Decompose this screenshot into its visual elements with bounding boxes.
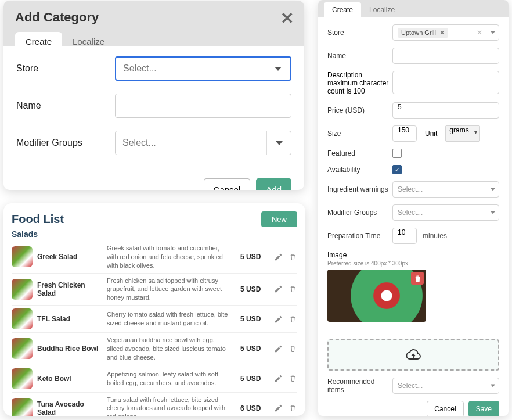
item-store-select[interactable]: Uptown Grill ✕ ✕ bbox=[392, 24, 499, 41]
item-name-label: Name bbox=[327, 52, 392, 60]
food-row: Fresh Chicken SaladFresh chicken salad t… bbox=[12, 273, 297, 306]
name-input[interactable] bbox=[115, 94, 291, 118]
prep-unit-label: minutes bbox=[423, 232, 447, 240]
store-label: Store bbox=[16, 63, 115, 74]
prep-time-input[interactable]: 10 bbox=[392, 228, 417, 244]
cancel-button[interactable]: Cancel bbox=[204, 178, 251, 190]
modifier-groups-label: Modifier Groups bbox=[16, 138, 115, 148]
food-thumbnail bbox=[12, 308, 33, 329]
image-upload-zone[interactable] bbox=[327, 339, 499, 371]
add-category-title: Add Category bbox=[15, 10, 99, 24]
item-form-panel: Create Localize Store Uptown Grill ✕ ✕ N… bbox=[318, 0, 509, 416]
food-price: 5 USD bbox=[240, 253, 269, 261]
trash-icon[interactable] bbox=[289, 344, 297, 353]
trash-icon bbox=[413, 274, 422, 283]
edit-icon[interactable] bbox=[274, 285, 283, 293]
food-name: Keto Bowl bbox=[37, 375, 102, 383]
food-thumbnail bbox=[12, 398, 33, 416]
remove-store-icon[interactable]: ✕ bbox=[439, 29, 445, 37]
food-row: Keto BowlAppetizing salmon, leafy salad … bbox=[12, 365, 297, 392]
item-size-label: Size bbox=[327, 130, 392, 138]
food-description: Greek salad with tomato and cucumber, wi… bbox=[107, 244, 236, 270]
food-list-title: Food List bbox=[12, 213, 64, 226]
food-thumbnail bbox=[12, 246, 33, 267]
food-description: Vegetarian buddha rice bowl with egg, sl… bbox=[107, 336, 236, 362]
item-image-hint: Preferred size is 400px * 300px bbox=[327, 260, 408, 267]
edit-icon[interactable] bbox=[274, 374, 283, 383]
item-unit-label: Unit bbox=[425, 130, 437, 138]
food-row: TFL SaladCherry tomato salad with fresh … bbox=[12, 305, 297, 332]
trash-icon[interactable] bbox=[289, 374, 297, 383]
chevron-down-icon bbox=[491, 31, 495, 34]
food-price: 5 USD bbox=[240, 375, 269, 383]
delete-image-button[interactable] bbox=[411, 272, 424, 285]
food-row: Buddha Rice BowlVegetarian buddha rice b… bbox=[12, 332, 297, 365]
trash-icon[interactable] bbox=[289, 253, 297, 261]
item-name-input[interactable] bbox=[392, 48, 499, 64]
item-image-label: Image bbox=[327, 251, 347, 259]
modifier-groups-select[interactable]: Select... bbox=[115, 131, 291, 155]
availability-checkbox[interactable] bbox=[392, 165, 402, 174]
food-name: Greek Salad bbox=[37, 253, 102, 261]
modifier-groups-placeholder: Select... bbox=[122, 138, 156, 148]
edit-icon[interactable] bbox=[274, 344, 283, 353]
chevron-down-icon bbox=[276, 141, 283, 145]
item-desc-input[interactable] bbox=[392, 71, 499, 94]
trash-icon[interactable] bbox=[289, 285, 297, 293]
food-price: 6 USD bbox=[240, 404, 269, 412]
close-icon[interactable]: ✕ bbox=[280, 9, 294, 28]
food-row: Tuna Avocado SaladTuna salad with fresh … bbox=[12, 392, 297, 416]
add-button[interactable]: Add bbox=[256, 178, 291, 190]
trash-icon[interactable] bbox=[289, 315, 297, 324]
item-tab-create[interactable]: Create bbox=[324, 2, 361, 17]
item-featured-label: Featured bbox=[327, 149, 392, 157]
food-row: Greek SaladGreek salad with tomato and c… bbox=[12, 241, 297, 273]
chevron-down-icon bbox=[491, 385, 495, 387]
new-food-button[interactable]: New bbox=[261, 211, 297, 227]
name-label: Name bbox=[16, 100, 115, 111]
edit-icon[interactable] bbox=[274, 315, 283, 324]
item-desc-hint: maximum character count is 100 bbox=[327, 79, 388, 95]
chevron-down-icon bbox=[275, 67, 282, 71]
edit-icon[interactable] bbox=[274, 253, 283, 261]
recommended-select[interactable]: Select... bbox=[392, 378, 499, 394]
item-cancel-button[interactable]: Cancel bbox=[427, 401, 463, 416]
item-unit-select[interactable]: grams bbox=[445, 125, 479, 142]
food-price: 5 USD bbox=[240, 344, 269, 353]
item-desc-label: Description bbox=[327, 71, 362, 79]
item-modgroups-select[interactable]: Select... bbox=[392, 204, 499, 221]
chevron-down-icon bbox=[491, 211, 495, 214]
food-price: 5 USD bbox=[240, 285, 269, 293]
food-list-subtitle: Salads bbox=[12, 229, 297, 239]
upload-cloud-icon bbox=[403, 347, 423, 363]
food-thumbnail bbox=[12, 338, 33, 359]
item-size-input[interactable]: 150 bbox=[392, 125, 417, 142]
food-thumbnail bbox=[12, 279, 33, 300]
clear-select-icon[interactable]: ✕ bbox=[477, 28, 482, 37]
food-name: Buddha Rice Bowl bbox=[37, 344, 102, 353]
store-placeholder: Select... bbox=[123, 63, 157, 74]
store-tag: Uptown Grill ✕ bbox=[398, 28, 448, 38]
store-select[interactable]: Select... bbox=[115, 56, 291, 81]
item-ingredient-label: Ingredient warnings bbox=[327, 185, 392, 193]
image-preview bbox=[327, 270, 426, 322]
featured-checkbox[interactable] bbox=[392, 149, 402, 158]
trash-icon[interactable] bbox=[289, 404, 297, 412]
item-tab-localize[interactable]: Localize bbox=[361, 2, 403, 17]
food-name: TFL Salad bbox=[37, 315, 102, 323]
item-prep-label: Preparation Time bbox=[327, 232, 392, 240]
food-description: Cherry tomato salad with fresh lettuce, … bbox=[107, 310, 236, 328]
food-description: Fresh chicken salad topped with citrusy … bbox=[107, 277, 236, 303]
food-price: 5 USD bbox=[240, 315, 269, 323]
item-store-label: Store bbox=[327, 28, 392, 37]
item-modgroups-label: Modifier Groups bbox=[327, 209, 392, 217]
tab-localize[interactable]: Localize bbox=[62, 32, 115, 52]
food-name: Tuna Avocado Salad bbox=[37, 400, 102, 416]
item-availability-label: Availability bbox=[327, 166, 392, 174]
tab-create[interactable]: Create bbox=[15, 32, 62, 52]
item-price-input[interactable]: 5 bbox=[392, 102, 499, 119]
ingredient-select[interactable]: Select... bbox=[392, 181, 499, 198]
food-name: Fresh Chicken Salad bbox=[37, 281, 102, 297]
edit-icon[interactable] bbox=[274, 404, 283, 412]
item-save-button[interactable]: Save bbox=[468, 401, 499, 416]
